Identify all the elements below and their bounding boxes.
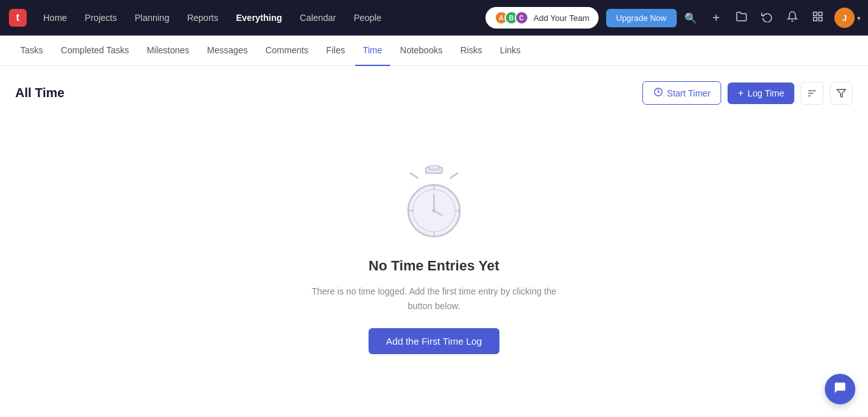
add-team-label: Add Your Team bbox=[534, 13, 590, 23]
add-first-time-log-button[interactable]: Add the First Time Log bbox=[369, 328, 500, 354]
team-avatars: A B C bbox=[494, 11, 529, 25]
log-time-label: Log Time bbox=[747, 88, 784, 98]
sub-nav: Tasks Completed Tasks Milestones Message… bbox=[0, 36, 868, 66]
user-avatar[interactable]: J bbox=[834, 8, 855, 28]
logo[interactable]: t bbox=[8, 8, 28, 28]
add-team-button[interactable]: A B C Add Your Team bbox=[485, 7, 599, 29]
svg-rect-3 bbox=[813, 18, 817, 21]
folder-button[interactable] bbox=[730, 6, 753, 29]
svg-rect-10 bbox=[430, 165, 439, 169]
search-button[interactable]: 🔍 bbox=[679, 6, 702, 29]
svg-line-12 bbox=[451, 173, 458, 178]
add-button[interactable]: + bbox=[705, 6, 728, 29]
tab-messages[interactable]: Messages bbox=[200, 36, 255, 66]
plus-icon-log: + bbox=[738, 88, 743, 99]
svg-rect-0 bbox=[813, 12, 817, 15]
tab-notebooks[interactable]: Notebooks bbox=[393, 36, 451, 66]
nav-item-calendar[interactable]: Calendar bbox=[292, 9, 344, 27]
nav-item-projects[interactable]: Projects bbox=[77, 9, 125, 27]
tab-tasks[interactable]: Tasks bbox=[13, 36, 51, 66]
search-icon: 🔍 bbox=[684, 12, 697, 24]
tab-files[interactable]: Files bbox=[318, 36, 353, 66]
log-time-button[interactable]: + Log Time bbox=[728, 83, 794, 104]
bell-icon bbox=[787, 11, 798, 25]
filter-button[interactable] bbox=[830, 82, 853, 105]
plus-icon: + bbox=[712, 11, 720, 25]
start-timer-button[interactable]: Start Timer bbox=[642, 81, 721, 105]
sort-button[interactable] bbox=[801, 82, 824, 105]
nav-item-everything[interactable]: Everything bbox=[228, 9, 289, 27]
empty-state-description: There is no time logged. Add the first t… bbox=[307, 284, 561, 313]
chat-bubble-button[interactable] bbox=[825, 374, 855, 404]
svg-line-11 bbox=[410, 173, 417, 178]
nav-item-home[interactable]: Home bbox=[36, 9, 74, 27]
header-actions: Start Timer + Log Time bbox=[642, 81, 853, 105]
chevron-down-icon[interactable]: ▾ bbox=[857, 15, 860, 22]
nav-item-reports[interactable]: Reports bbox=[179, 9, 226, 27]
empty-state-title: No Time Entries Yet bbox=[369, 258, 499, 274]
folder-icon bbox=[736, 11, 747, 25]
avatar-3: C bbox=[515, 11, 529, 25]
content-header: All Time Start Timer + Log Time bbox=[15, 81, 853, 105]
top-nav: t Home Projects Planning Reports Everyth… bbox=[0, 0, 868, 36]
notifications-button[interactable] bbox=[781, 6, 804, 29]
tab-risks[interactable]: Risks bbox=[452, 36, 489, 66]
tab-comments[interactable]: Comments bbox=[258, 36, 316, 66]
timer-icon bbox=[653, 87, 663, 99]
tab-completed-tasks[interactable]: Completed Tasks bbox=[53, 36, 137, 66]
nav-item-people[interactable]: People bbox=[346, 9, 390, 27]
nav-item-planning[interactable]: Planning bbox=[127, 9, 177, 27]
chat-icon bbox=[833, 381, 847, 398]
tab-time[interactable]: Time bbox=[355, 36, 390, 66]
page-title: All Time bbox=[15, 86, 64, 100]
tab-links[interactable]: Links bbox=[492, 36, 529, 66]
logo-icon: t bbox=[9, 9, 27, 27]
svg-marker-8 bbox=[837, 89, 845, 97]
refresh-button[interactable] bbox=[756, 6, 778, 29]
start-timer-label: Start Timer bbox=[667, 88, 710, 98]
svg-rect-2 bbox=[819, 18, 822, 21]
stopwatch-illustration bbox=[396, 165, 472, 241]
refresh-icon bbox=[761, 11, 773, 25]
grid-icon bbox=[812, 11, 824, 25]
svg-rect-1 bbox=[819, 12, 822, 15]
empty-state: No Time Entries Yet There is no time log… bbox=[15, 117, 853, 402]
upgrade-button[interactable]: Upgrade Now bbox=[606, 9, 677, 27]
main-content: All Time Start Timer + Log Time bbox=[0, 66, 868, 417]
grid-button[interactable] bbox=[806, 6, 829, 29]
tab-milestones[interactable]: Milestones bbox=[139, 36, 197, 66]
